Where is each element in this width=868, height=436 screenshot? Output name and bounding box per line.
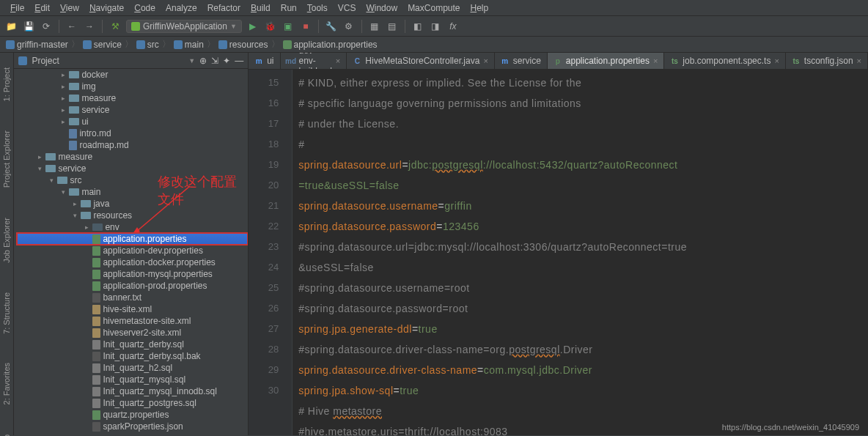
close-icon[interactable]: × [653, 56, 658, 65]
code-line[interactable]: #hive.metastore.uris=thrift://localhost:… [298, 421, 862, 435]
code-editor[interactable]: 15161718192021222324252627282930 # KIND,… [249, 70, 868, 435]
expand-arrow-icon[interactable] [48, 177, 55, 184]
tree-item[interactable]: docker [17, 69, 248, 81]
menu-help[interactable]: Help [466, 1, 493, 14]
expand-arrow-icon[interactable] [59, 83, 67, 90]
run-config-selector[interactable]: GriffinWebApplication ▼ [126, 20, 242, 33]
breadcrumb-item[interactable]: application.properties [283, 40, 378, 50]
editor-tab[interactable]: tstsconfig.json× [786, 53, 868, 69]
layout-icon[interactable]: ◧ [411, 20, 424, 33]
code-line[interactable]: # KIND, either express or implied. See t… [298, 73, 862, 93]
breadcrumb-item[interactable]: service [83, 40, 122, 50]
code-line[interactable]: =true&useSSL=false [298, 175, 862, 196]
tree-item[interactable]: Init_quartz_mysql.sql [17, 374, 248, 385]
code-line[interactable]: &useSSL=false [298, 257, 862, 278]
tree-item[interactable]: measure [17, 151, 248, 163]
code-lines[interactable]: # KIND, either express or implied. See t… [293, 70, 868, 435]
editor-tab[interactable]: mui [249, 53, 280, 69]
code-line[interactable]: spring.jpa.generate-ddl=true [298, 319, 862, 339]
tree-item[interactable]: sparkProperties.json [17, 421, 248, 432]
code-line[interactable]: # specific language governing permission… [298, 93, 862, 114]
tree-item[interactable]: hive-site.xml [17, 303, 248, 315]
expand-arrow-icon[interactable] [71, 200, 78, 207]
debug-icon[interactable]: 🐞 [264, 20, 277, 33]
stop-icon[interactable]: ■ [299, 20, 312, 33]
menu-refactor[interactable]: Refactor [203, 1, 245, 14]
code-line[interactable]: # under the License. [298, 114, 862, 134]
tree-item[interactable]: measure [17, 92, 248, 104]
chevron-down-icon[interactable]: ▼ [188, 57, 195, 64]
forward-icon[interactable]: → [83, 20, 96, 33]
expand-arrow-icon[interactable] [83, 223, 90, 231]
tree-item[interactable]: src [17, 174, 248, 186]
breadcrumb-item[interactable]: griffin-master [6, 40, 68, 50]
expand-arrow-icon[interactable] [59, 106, 67, 114]
editor-tab[interactable]: papplication.properties× [548, 53, 665, 69]
run-icon[interactable]: ▶ [246, 20, 260, 33]
close-icon[interactable]: × [336, 56, 340, 65]
code-line[interactable]: spring.datasource.driver-class-name=com.… [298, 360, 862, 380]
breadcrumb-item[interactable]: resources [218, 40, 268, 50]
tree-item[interactable]: intro.md [17, 128, 248, 139]
code-line[interactable]: #spring.datasource.username=root [298, 278, 862, 298]
tree-item[interactable]: Init_quartz_mysql_innodb.sql [17, 385, 248, 397]
menu-window[interactable]: Window [361, 1, 402, 14]
menu-edit[interactable]: Edit [30, 1, 54, 14]
save-icon[interactable]: 💾 [22, 20, 35, 33]
tree-item[interactable]: Init_quartz_derby.sql [17, 339, 248, 350]
tree-item[interactable]: hiveserver2-site.xml [17, 327, 248, 339]
hide-icon[interactable]: — [235, 56, 243, 66]
side-tab[interactable]: Job Explorer [2, 218, 11, 263]
tree-item[interactable]: application.properties [17, 233, 248, 245]
breadcrumb-item[interactable]: src [136, 40, 159, 50]
refresh-icon[interactable]: ⟳ [40, 20, 53, 33]
tree-item[interactable]: quartz.properties [17, 409, 248, 421]
side-tab[interactable]: 1: Project [2, 67, 11, 101]
tree-item[interactable]: Init_quartz_postgres.sql [17, 397, 248, 409]
coverage-icon[interactable]: ▣ [282, 20, 295, 33]
expand-arrow-icon[interactable] [71, 212, 78, 219]
tree-item[interactable]: Init_quartz_h2.sql [17, 362, 248, 374]
collapse-icon[interactable]: ⇲ [211, 56, 218, 66]
editor-tab[interactable]: mservice [495, 53, 548, 69]
code-line[interactable]: #spring.datasource.url=jdbc:mysql://loca… [298, 237, 862, 257]
menu-maxcompute[interactable]: MaxCompute [403, 1, 464, 14]
tree-item[interactable]: application-mysql.properties [17, 268, 248, 280]
menu-build[interactable]: Build [246, 1, 275, 14]
tree-item[interactable]: roadmap.md [17, 139, 248, 151]
menu-navigate[interactable]: Navigate [85, 1, 128, 14]
fx-icon[interactable]: fx [446, 20, 460, 33]
tree-item[interactable]: application-dev.properties [17, 245, 248, 256]
tree-item[interactable]: env [17, 221, 248, 233]
close-icon[interactable]: × [857, 56, 861, 65]
tree-item[interactable]: main [17, 186, 248, 198]
tree-item[interactable]: Init_quartz_derby.sql.bak [17, 350, 248, 362]
menu-run[interactable]: Run [276, 1, 301, 14]
tree-item[interactable]: resources [17, 210, 248, 221]
gear-icon[interactable]: ✦ [223, 56, 230, 66]
menu-tools[interactable]: Tools [303, 1, 332, 14]
back-icon[interactable]: ← [65, 20, 78, 33]
editor-tab[interactable]: CHiveMetaStoreController.java× [347, 53, 495, 69]
code-line[interactable]: spring.datasource.url=jdbc:postgresql://… [298, 155, 862, 175]
editor-tab[interactable]: tsjob.component.spec.ts× [664, 53, 786, 69]
editor-tab[interactable]: mddev-env-build.md× [281, 53, 347, 69]
tree-item[interactable]: service [17, 163, 248, 174]
tree-item[interactable]: application-docker.properties [17, 256, 248, 268]
target-icon[interactable]: ⊕ [199, 56, 207, 66]
expand-arrow-icon[interactable] [59, 95, 67, 102]
wrench-icon[interactable]: 🔧 [325, 20, 338, 33]
side-tab[interactable]: 2: Favorites [2, 363, 11, 404]
settings-icon[interactable]: ⚙ [342, 20, 356, 33]
side-tab[interactable]: 7: Structure [2, 292, 11, 334]
menu-code[interactable]: Code [130, 1, 160, 14]
code-line[interactable]: #spring.datasource.password=root [298, 298, 862, 319]
code-line[interactable]: spring.datasource.username=griffin [298, 196, 862, 216]
expand-arrow-icon[interactable] [36, 165, 43, 172]
code-line[interactable]: # Hive metastore [298, 401, 862, 421]
close-icon[interactable]: × [774, 56, 779, 65]
tree-item[interactable]: ui [17, 116, 248, 128]
project-tree[interactable]: 修改这个配置文件 dockerimgmeasureserviceuiintro.… [14, 69, 248, 435]
expand-arrow-icon[interactable] [59, 188, 67, 196]
tree-item[interactable]: img [17, 81, 248, 92]
